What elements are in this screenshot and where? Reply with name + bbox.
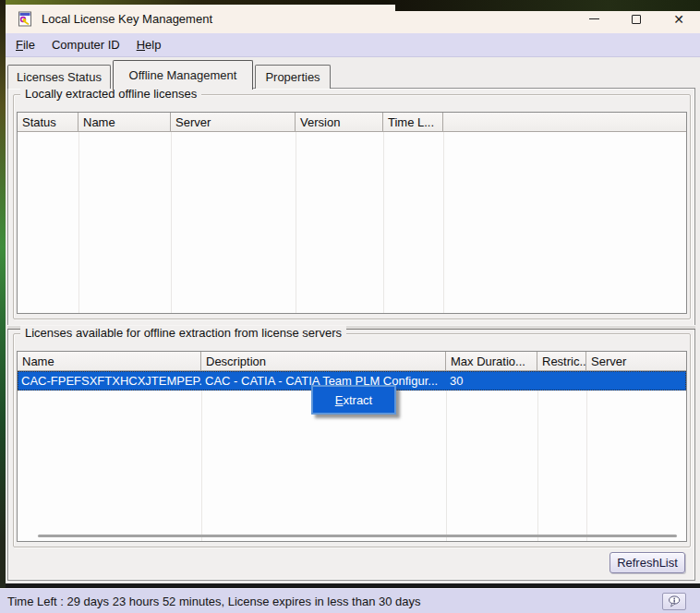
column-header-name[interactable]: Name	[78, 113, 171, 132]
desktop-background-top-right	[395, 0, 700, 11]
help-balloon-button[interactable]	[662, 593, 686, 610]
column-header-version[interactable]: Version	[296, 113, 383, 132]
cell-license-name: CAC-FPEFSXFTXHCXJTEMPEP...	[18, 371, 201, 391]
cell-restriction	[537, 371, 586, 391]
horizontal-scrollbar[interactable]	[38, 535, 677, 537]
tab-page-offline-management: Locally extracted offline licenses Statu…	[7, 88, 695, 581]
menu-file-label: ile	[23, 38, 35, 52]
column-header-description[interactable]: Description	[201, 352, 446, 371]
menu-help-label: elp	[145, 38, 161, 52]
available-licenses-table: Name Description Max Duratio... Restric.…	[17, 351, 687, 542]
menu-help-accel: H	[137, 38, 145, 52]
tab-properties[interactable]: Properties	[255, 65, 331, 89]
local-licenses-header: Status Name Server Version Time L...	[18, 113, 686, 132]
help-balloon-icon	[668, 595, 682, 607]
close-icon: ✕	[673, 13, 684, 26]
dialog-area: Licenses Status Offline Management Prope…	[6, 57, 700, 583]
menu-file-accel: F	[16, 38, 23, 52]
screenshot-canvas: Local License Key Management ✕ File Comp…	[0, 0, 700, 613]
extract-label: xtract	[343, 393, 372, 407]
extract-accel: E	[335, 393, 344, 407]
column-header-server[interactable]: Server	[171, 113, 296, 132]
menu-bar: File Computer ID Help	[6, 33, 700, 57]
status-bar: Time Left : 29 days 23 hours 52 minutes,…	[0, 588, 700, 613]
local-licenses-body-empty[interactable]	[18, 132, 686, 313]
tab-strip: Licenses Status Offline Management Prope…	[6, 57, 700, 89]
menu-computer-id-label: Computer ID	[52, 38, 120, 52]
column-header-server[interactable]: Server	[586, 352, 686, 371]
local-licenses-table: Status Name Server Version Time L...	[17, 112, 687, 314]
group-available-licenses-title: Licenses available for offline extractio…	[20, 326, 346, 340]
column-header-name[interactable]: Name	[18, 352, 201, 371]
context-menu: Extract	[311, 385, 396, 415]
tab-licenses-status[interactable]: Licenses Status	[7, 65, 111, 89]
column-header-status[interactable]: Status	[18, 113, 78, 132]
column-header-filler	[443, 113, 686, 132]
menu-help[interactable]: Help	[128, 33, 170, 56]
maximize-icon	[632, 15, 641, 24]
column-header-max-duration[interactable]: Max Duratio...	[446, 352, 537, 371]
refreshlist-button[interactable]: RefreshList	[609, 552, 685, 573]
cell-max-duration: 30	[446, 371, 537, 391]
available-licenses-header: Name Description Max Duratio... Restric.…	[18, 352, 686, 371]
cell-server	[586, 371, 590, 391]
window-title: Local License Key Management	[42, 12, 212, 26]
menu-computer-id[interactable]: Computer ID	[43, 33, 128, 56]
tab-offline-management[interactable]: Offline Management	[113, 60, 253, 90]
app-window: Local License Key Management ✕ File Comp…	[6, 5, 700, 588]
context-menu-item-extract[interactable]: Extract	[335, 393, 372, 407]
group-available-licenses: Licenses available for offline extractio…	[13, 333, 691, 547]
group-locally-extracted-licenses: Locally extracted offline licenses Statu…	[13, 94, 691, 319]
status-text: Time Left : 29 days 23 hours 52 minutes,…	[7, 595, 421, 608]
minimize-icon	[589, 18, 599, 19]
column-header-restriction[interactable]: Restric...	[537, 352, 586, 371]
desktop-background-left	[0, 0, 6, 588]
column-header-time-left[interactable]: Time L...	[383, 113, 443, 132]
app-icon	[18, 11, 33, 27]
menu-file[interactable]: File	[7, 33, 43, 56]
